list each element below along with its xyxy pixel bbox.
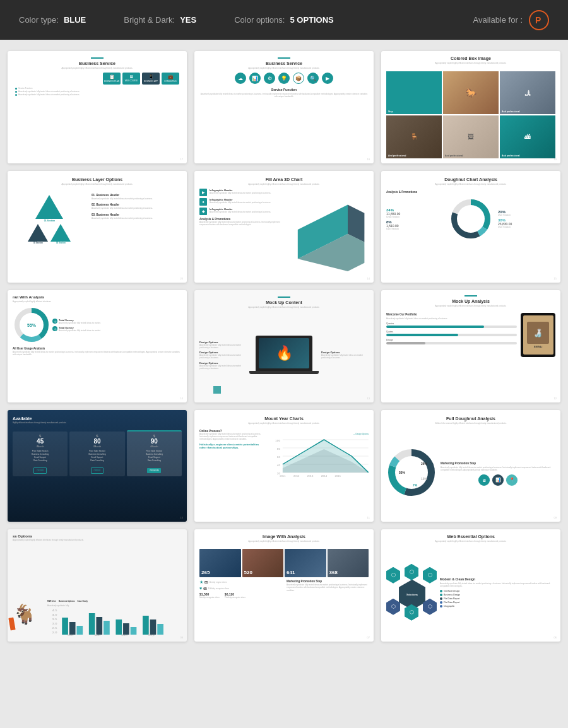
hex-cluster: Solutions ⬡ ⬡ ⬡ ⬡ ⬡ ⬡ xyxy=(386,564,437,621)
color-cell-4: 🪑 And professional xyxy=(386,115,442,158)
slide-15: Web Essential Options Appropriately expl… xyxy=(381,529,560,642)
svg-text:80: 80 xyxy=(277,447,281,450)
color-options-label: Color options: xyxy=(234,15,285,25)
business-app-icon: 📱 xyxy=(143,74,158,79)
donut-legend-right: 20% User Section 38% 23,830.00 User Sect… xyxy=(498,210,555,230)
analysis-promo-label: Analysis & Promotions xyxy=(386,191,555,194)
slide-15-page: 06 xyxy=(554,636,557,639)
large-donut: 25% 55% 7% 13% xyxy=(386,447,437,500)
progress-fill-quotes xyxy=(386,334,458,336)
price-btn-1[interactable]: ORDER xyxy=(33,467,47,474)
service-row-1: Service Function xyxy=(15,87,182,90)
donut-legend: 34% 11,650.00 Chart Section 8% 1,510.00 … xyxy=(386,208,444,232)
laptop-container: 🔥 xyxy=(249,336,319,374)
svg-text:Mar: Mar xyxy=(94,634,101,636)
hex-bl-icon: ⬡ xyxy=(391,604,396,609)
svg-rect-58 xyxy=(157,624,163,635)
svg-text:Jun: Jun xyxy=(121,634,127,636)
slide-15-subtitle: Appropriately exploit highly efficient i… xyxy=(386,540,555,543)
svg-text:7%: 7% xyxy=(413,483,418,487)
slide-6: Doughnut Chart Analysis Appropriately ex… xyxy=(381,171,560,283)
stats-area: R&R User Business Options Case Study Ass… xyxy=(47,600,182,637)
web-item-2: Business Design xyxy=(440,594,555,596)
stat-icon-2: ◎ xyxy=(52,326,57,331)
hex-tl: ⬡ xyxy=(386,567,400,584)
svg-rect-49 xyxy=(76,626,83,635)
color-type-value: BLUE xyxy=(64,15,86,25)
top-bar: Color type: BLUE Bright & Dark: YES Colo… xyxy=(0,0,568,40)
slide-12: Full Doughnut Analysis Nullam felis euis… xyxy=(381,410,560,522)
price-features-3: Price Table Section Business Consulting … xyxy=(129,450,180,462)
service-boxes: 📋 BUSINESS PLAN 🖥 WEB COURSE 📱 BUSINESS … xyxy=(13,73,182,85)
price-cards: $ 45 /Month Price Table Section Business… xyxy=(13,430,182,476)
laptop-screen: 🔥 xyxy=(259,338,309,368)
design-options-left: Design Options Assertively syndicate ful… xyxy=(199,341,247,370)
service-row-3: Assertively syndicate fully tested ideas… xyxy=(15,93,182,96)
slide-5-page: 14 xyxy=(367,277,370,280)
product-label: SM NLi xyxy=(534,345,543,348)
all-user-analysis: All User Usage Analysis Assertively synd… xyxy=(13,347,182,356)
circle-2: 📊 xyxy=(249,73,261,84)
slide-1-subtitle: Appropriately exploit highly efficient i… xyxy=(13,67,182,69)
color-cell-3: 🏞 And professional xyxy=(500,71,555,114)
service-box-3: 📱 BUSINESS APP xyxy=(142,73,160,85)
modern-text: Assertively syndicate fully tested ideas… xyxy=(440,582,555,587)
infographic-row-1: ▶ Infographic Header Assertively syndica… xyxy=(199,189,283,196)
img-cell-4: 368 xyxy=(328,549,369,577)
slide-4-title: Business Layer Options xyxy=(11,177,183,182)
marketing-steps: 🖥 📊 📍 xyxy=(441,474,555,486)
service-text-rows: Service Function Assertively syndicate f… xyxy=(13,87,182,97)
charts-content: Assertively syndicate fully tested ideas… xyxy=(199,433,369,480)
service-box-1: 📋 BUSINESS PLAN xyxy=(103,73,121,85)
full-donut-text: Marketing Promotion Step Assertively syn… xyxy=(441,462,555,486)
web-labels-list: Modern & Clean Design Assertively syndic… xyxy=(440,577,555,608)
infographic-icon-1: ▶ xyxy=(199,189,207,196)
slide-5-subtitle: Appropriately exploit highly efficient i… xyxy=(199,183,369,185)
slide-1-page: 17 xyxy=(180,158,183,161)
hex-tl-icon: ⬡ xyxy=(391,572,396,578)
price-stats: $1,580 Identity recognize shere $6,120 P… xyxy=(199,592,281,599)
colored-grid: Step 🐎 🏞 And professional 🪑 And professi… xyxy=(386,71,555,158)
available-for-item: Available for : P xyxy=(473,10,549,30)
svg-point-9 xyxy=(457,205,485,233)
bright-dark-item: Bright & Dark: YES xyxy=(124,15,196,25)
svg-text:3.0: 3.0 xyxy=(52,623,57,625)
animal-icon: 🐐 xyxy=(13,605,44,624)
svg-text:2014: 2014 xyxy=(321,474,328,477)
hex-top-icon: ⬡ xyxy=(410,569,414,575)
mockup-layout: Design Options Assertively syndicate ful… xyxy=(199,312,369,398)
bright-dark-label: Bright & Dark: xyxy=(124,15,175,25)
slide-11: Mount Year Charts Appropriately exploit … xyxy=(194,410,374,522)
web-item-4: File Data Report xyxy=(440,601,555,604)
color-options-value: 5 OPTIONS xyxy=(290,15,333,25)
hex-tr: ⬡ xyxy=(423,567,437,584)
price-card-2: $ 80 /Month Price Table Section Business… xyxy=(69,432,124,476)
price-btn-3[interactable]: PREMIUM xyxy=(147,468,161,473)
slide-9-subtitle: Appropriately exploit highly efficient i… xyxy=(386,305,555,307)
slide-11-title: Mount Year Charts xyxy=(199,416,369,421)
slide-14-title: Image With Analysis xyxy=(199,534,369,539)
legend-item-3: 20% User Section xyxy=(498,210,555,216)
color-cell-6: 🏙 And professional xyxy=(500,115,555,158)
slide-7-page: 10 xyxy=(180,397,183,400)
bar-chart: 4.5 4.0 3.5 3.0 2.5 2.0 xyxy=(47,608,182,637)
doughnut-wrapper: 34% 11,650.00 Chart Section 8% 1,510.00 … xyxy=(386,197,555,244)
svg-rect-57 xyxy=(150,619,157,635)
slide-12-title: Full Doughnut Analysis xyxy=(386,416,555,421)
slide-1: Business Service Appropriately exploit h… xyxy=(8,51,187,163)
svg-text:2.5: 2.5 xyxy=(52,627,57,629)
mockup2-left: Welcome Our Portfolio Assertively syndic… xyxy=(386,313,517,357)
slide-10: Available Highly efficient interfaces th… xyxy=(8,410,187,522)
service-box-4: 💼 CONSULTING xyxy=(162,73,179,85)
consulting-icon: 💼 xyxy=(163,74,178,79)
web-course-icon: 🖥 xyxy=(124,74,139,79)
price-btn-2[interactable]: ORDER xyxy=(91,467,104,474)
slide-13-title: ss Options xyxy=(13,534,182,538)
svg-text:60: 60 xyxy=(277,455,281,458)
progress-design: Design xyxy=(386,339,517,344)
svg-rect-53 xyxy=(115,619,122,635)
slide-7: nut With Analysis Appropriately exploit … xyxy=(8,290,187,402)
price-features-1: Price Table Section Business Consulting … xyxy=(15,450,66,462)
slide-5-title: Fill Area 3D Chart xyxy=(199,177,369,182)
hex-bottom-icon: ⬡ xyxy=(410,609,414,615)
